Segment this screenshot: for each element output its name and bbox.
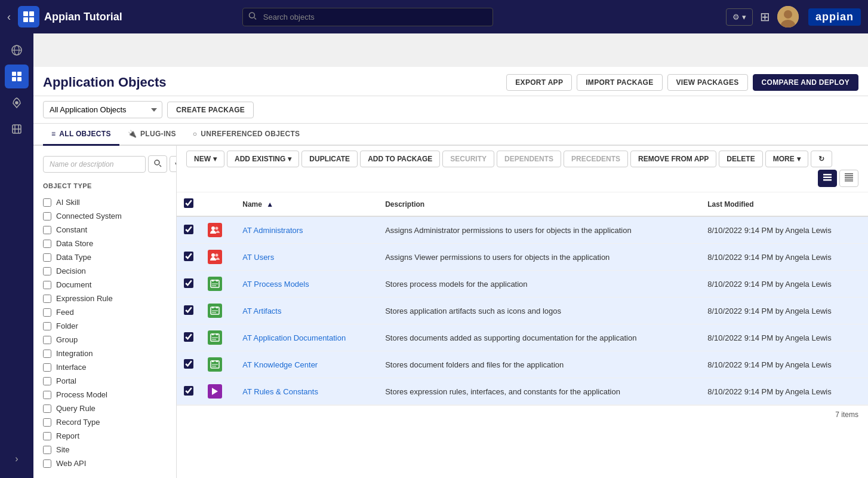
row-checkbox[interactable]: [184, 225, 193, 234]
object-name-link[interactable]: AT Rules & Constants: [242, 387, 318, 396]
filter-item-folder[interactable]: Folder: [43, 319, 167, 333]
sidebar-item-globe[interactable]: [5, 38, 29, 62]
search-input[interactable]: [242, 8, 493, 26]
row-checkbox[interactable]: [184, 359, 193, 369]
object-filter-dropdown[interactable]: All Application Objects Selected Objects…: [43, 101, 162, 118]
checkbox-expression-rule[interactable]: [43, 295, 51, 303]
filter-item-connected-system[interactable]: Connected System: [43, 209, 167, 223]
add-existing-dropdown-icon: ▾: [288, 155, 291, 163]
list-view-button[interactable]: [818, 170, 837, 187]
export-app-button[interactable]: EXPORT APP: [506, 74, 572, 91]
row-checkbox[interactable]: [184, 305, 193, 315]
refresh-button[interactable]: ↻: [811, 151, 832, 167]
object-name-link[interactable]: AT Administrators: [242, 226, 303, 235]
advanced-filter-button[interactable]: ▾: [170, 156, 177, 172]
filter-item-expression-rule[interactable]: Expression Rule: [43, 292, 167, 305]
delete-button[interactable]: DELETE: [719, 151, 762, 167]
checkbox-data-store[interactable]: [43, 240, 51, 248]
filter-item-web-api[interactable]: Web API: [43, 456, 167, 470]
object-name-link[interactable]: AT Application Documentation: [242, 333, 346, 342]
sidebar-expand-button[interactable]: ›: [5, 447, 29, 471]
object-name-link[interactable]: AT Users: [242, 253, 274, 262]
filter-item-decision[interactable]: Decision: [43, 264, 167, 278]
dependents-button[interactable]: DEPENDENTS: [497, 151, 561, 167]
filter-item-query-rule[interactable]: Query Rule: [43, 402, 167, 415]
filter-item-group[interactable]: Group: [43, 333, 167, 347]
icon-header: [201, 192, 235, 216]
remove-from-app-button[interactable]: REMOVE FROM APP: [630, 151, 716, 167]
checkbox-process-model[interactable]: [43, 391, 51, 399]
new-button[interactable]: NEW ▾: [186, 151, 224, 167]
compare-deploy-button[interactable]: COMPARE AND DEPLOY: [753, 74, 858, 91]
checkbox-document[interactable]: [43, 281, 51, 289]
precedents-button[interactable]: PRECEDENTS: [564, 151, 628, 167]
app-grid-button[interactable]: ⊞: [758, 7, 772, 26]
object-name-link[interactable]: AT Artifacts: [242, 307, 281, 315]
duplicate-button[interactable]: DUPLICATE: [301, 151, 358, 167]
filter-item-integration[interactable]: Integration: [43, 347, 167, 360]
checkbox-decision[interactable]: [43, 267, 51, 275]
select-all-checkbox[interactable]: [184, 198, 193, 208]
row-checkbox[interactable]: [184, 278, 193, 288]
name-header[interactable]: Name ▲: [235, 192, 378, 216]
checkbox-interface[interactable]: [43, 363, 51, 372]
svg-line-5: [254, 18, 256, 20]
tab-all-objects[interactable]: ≡ ALL OBJECTS: [43, 124, 119, 146]
sidebar-item-deploy[interactable]: [5, 91, 29, 115]
row-checkbox[interactable]: [184, 252, 193, 261]
sidebar-item-app[interactable]: [5, 65, 29, 88]
checkbox-portal[interactable]: [43, 377, 51, 385]
filter-item-ai-skill[interactable]: AI Skill: [43, 195, 167, 209]
checkbox-site[interactable]: [43, 446, 51, 454]
filter-item-portal[interactable]: Portal: [43, 374, 167, 388]
checkbox-integration[interactable]: [43, 350, 51, 358]
back-button[interactable]: ‹: [7, 11, 11, 23]
checkbox-report[interactable]: [43, 432, 51, 440]
tab-unreferenced[interactable]: ○ UNREFERENCED OBJECTS: [184, 124, 309, 146]
table-row: AT Knowledge CenterStores document folde…: [177, 351, 868, 378]
settings-button[interactable]: ⚙ ▾: [726, 8, 753, 26]
filter-item-process-model[interactable]: Process Model: [43, 388, 167, 402]
security-button[interactable]: SECURITY: [442, 151, 494, 167]
import-package-button[interactable]: IMPORT PACKAGE: [577, 74, 662, 91]
checkbox-record-type[interactable]: [43, 418, 51, 427]
circle-icon: ○: [193, 130, 198, 138]
create-package-button[interactable]: CREATE PACKAGE: [167, 102, 254, 118]
filter-item-feed[interactable]: Feed: [43, 305, 167, 319]
items-count: 7 items: [177, 405, 868, 424]
filter-item-data-store[interactable]: Data Store: [43, 237, 167, 250]
add-existing-button[interactable]: ADD EXISTING ▾: [227, 151, 299, 167]
more-button[interactable]: MORE ▾: [765, 151, 808, 167]
checkbox-ai-skill[interactable]: [43, 198, 51, 207]
filter-item-document[interactable]: Document: [43, 278, 167, 292]
object-name-link[interactable]: AT Process Models: [242, 280, 309, 289]
checkbox-feed[interactable]: [43, 308, 51, 317]
filter-item-record-type[interactable]: Record Type: [43, 415, 167, 429]
avatar[interactable]: [777, 6, 799, 27]
tab-plug-ins[interactable]: 🔌 PLUG-INS: [119, 124, 184, 146]
sidebar-item-plugin[interactable]: [5, 117, 29, 141]
search-filter-button[interactable]: [148, 155, 167, 173]
filter-item-report[interactable]: Report: [43, 429, 167, 443]
checkbox-query-rule[interactable]: [43, 405, 51, 413]
checkbox-folder[interactable]: [43, 322, 51, 330]
name-description-input[interactable]: [43, 156, 146, 173]
checkbox-connected-system[interactable]: [43, 212, 51, 220]
checkbox-constant[interactable]: [43, 226, 51, 234]
filter-item-interface[interactable]: Interface: [43, 360, 167, 374]
object-type-icon: [208, 384, 222, 399]
row-checkbox[interactable]: [184, 386, 193, 396]
row-checkbox[interactable]: [184, 332, 193, 342]
filter-item-site[interactable]: Site: [43, 443, 167, 456]
add-to-package-button[interactable]: ADD TO PACKAGE: [360, 151, 440, 167]
checkbox-group[interactable]: [43, 336, 51, 344]
checkbox-data-type[interactable]: [43, 253, 51, 262]
compact-view-button[interactable]: [839, 170, 858, 187]
svg-point-7: [784, 10, 792, 19]
filter-item-data-type[interactable]: Data Type: [43, 250, 167, 264]
svg-rect-47: [216, 333, 218, 335]
object-name-link[interactable]: AT Knowledge Center: [242, 360, 318, 369]
view-packages-button[interactable]: VIEW PACKAGES: [667, 74, 748, 91]
checkbox-web-api[interactable]: [43, 459, 51, 468]
filter-item-constant[interactable]: Constant: [43, 223, 167, 237]
